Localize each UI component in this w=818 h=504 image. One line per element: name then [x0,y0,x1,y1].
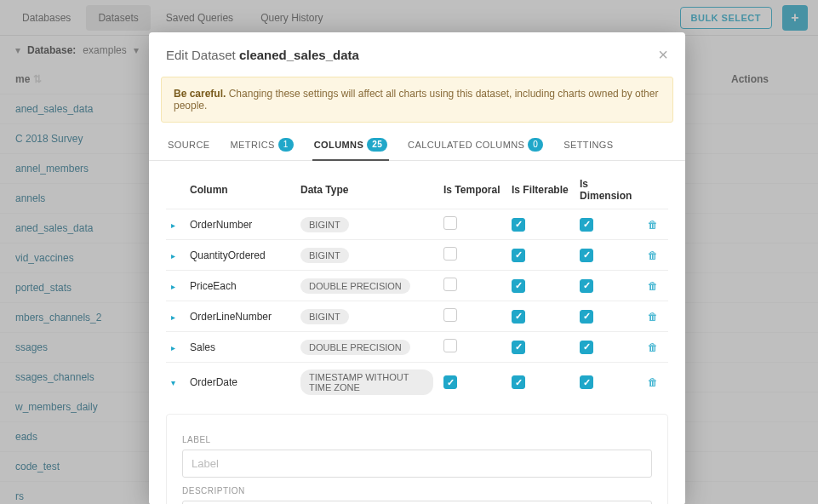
caret-right-icon[interactable]: ▸ [171,251,180,261]
warning-alert: Be careful. Changing these settings will… [161,77,673,123]
caret-right-icon[interactable]: ▸ [171,220,180,230]
is-temporal-checkbox[interactable] [443,216,457,230]
is-dimension-checkbox[interactable] [580,218,593,232]
label-input[interactable] [182,450,652,478]
trash-icon[interactable]: 🗑 [648,249,658,261]
tab-settings[interactable]: SETTINGS [562,131,615,160]
column-name: OrderNumber [185,209,295,240]
tab-label: METRICS [230,140,274,150]
data-type-pill: BIGINT [300,217,349,232]
description-input[interactable] [182,501,652,504]
column-row: ▸OrderNumberBIGINT🗑 [166,209,668,240]
is-dimension-checkbox[interactable] [580,279,593,293]
column-row: ▸OrderLineNumberBIGINT🗑 [166,301,668,332]
is-dimension-checkbox[interactable] [580,310,593,324]
th-temporal: Is Temporal [438,171,506,209]
is-temporal-checkbox[interactable] [443,339,457,352]
is-filterable-checkbox[interactable] [512,310,525,324]
data-type-pill: TIMESTAMP WITHOUT TIME ZONE [300,369,433,395]
is-dimension-checkbox[interactable] [580,341,593,354]
label-field-label: LABEL [182,435,652,444]
data-type-pill: BIGINT [300,248,349,263]
is-temporal-checkbox[interactable] [443,278,457,291]
tab-label: SOURCE [168,140,209,150]
modal-body: Column Data Type Is Temporal Is Filterab… [149,161,685,504]
data-type-pill: DOUBLE PRECISION [300,340,410,355]
trash-icon[interactable]: 🗑 [648,219,658,231]
trash-icon[interactable]: 🗑 [648,280,658,292]
is-filterable-checkbox[interactable] [512,341,525,354]
caret-right-icon[interactable]: ▸ [171,312,180,322]
caret-down-icon[interactable]: ▾ [171,378,180,387]
tab-label: CALCULATED COLUMNS [408,140,524,150]
modal-header: Edit Dataset cleaned_sales_data × [149,32,685,70]
data-type-pill: DOUBLE PRECISION [300,278,410,294]
column-detail-panel: LABEL DESCRIPTION DATETIME FORMAT ⓘ [166,414,668,504]
tab-calculated-columns[interactable]: CALCULATED COLUMNS0 [406,131,545,160]
tab-metrics[interactable]: METRICS1 [228,131,295,160]
trash-icon[interactable]: 🗑 [648,341,658,353]
caret-right-icon[interactable]: ▸ [171,282,180,291]
modal-tabs: SOURCEMETRICS1COLUMNS25CALCULATED COLUMN… [149,131,685,161]
th-data-type: Data Type [295,171,438,209]
th-column: Column [185,171,295,209]
is-temporal-checkbox[interactable] [443,247,457,261]
description-field-label: DESCRIPTION [182,486,652,495]
column-name: PriceEach [185,271,295,301]
data-type-pill: BIGINT [300,309,349,324]
alert-text: Changing these settings will affect all … [174,88,658,112]
is-filterable-checkbox[interactable] [512,279,525,293]
is-temporal-checkbox[interactable] [443,375,457,389]
close-icon[interactable]: × [658,46,668,63]
caret-right-icon[interactable]: ▸ [171,343,180,352]
th-dimension: Is Dimension [575,171,643,209]
column-row: ▾OrderDateTIMESTAMP WITHOUT TIME ZONE🗑 [166,363,668,403]
tab-source[interactable]: SOURCE [166,131,211,160]
tab-badge: 1 [278,138,294,152]
column-row: ▸PriceEachDOUBLE PRECISION🗑 [166,271,668,301]
column-name: Sales [185,332,295,363]
th-filterable: Is Filterable [506,171,575,209]
column-name: QuantityOrdered [185,240,295,271]
modal-title: Edit Dataset cleaned_sales_data [166,48,359,62]
is-temporal-checkbox[interactable] [443,308,457,322]
modal-title-name: cleaned_sales_data [239,48,359,62]
is-dimension-checkbox[interactable] [580,375,593,389]
column-name: OrderDate [185,363,295,403]
tab-label: COLUMNS [314,140,363,150]
trash-icon[interactable]: 🗑 [648,376,658,388]
tab-badge: 25 [367,138,387,152]
column-row: ▸SalesDOUBLE PRECISION🗑 [166,332,668,363]
edit-dataset-modal: Edit Dataset cleaned_sales_data × Be car… [149,32,685,504]
is-filterable-checkbox[interactable] [512,249,525,262]
tab-label: SETTINGS [563,140,613,150]
column-name: OrderLineNumber [185,301,295,332]
tab-badge: 0 [528,138,543,152]
is-filterable-checkbox[interactable] [512,218,525,232]
is-filterable-checkbox[interactable] [512,375,525,389]
tab-columns[interactable]: COLUMNS25 [312,131,389,160]
columns-table: Column Data Type Is Temporal Is Filterab… [166,171,668,402]
trash-icon[interactable]: 🗑 [648,311,658,323]
is-dimension-checkbox[interactable] [580,249,593,262]
alert-strong: Be careful. [174,88,226,100]
column-row: ▸QuantityOrderedBIGINT🗑 [166,240,668,271]
modal-title-prefix: Edit Dataset [166,48,239,62]
